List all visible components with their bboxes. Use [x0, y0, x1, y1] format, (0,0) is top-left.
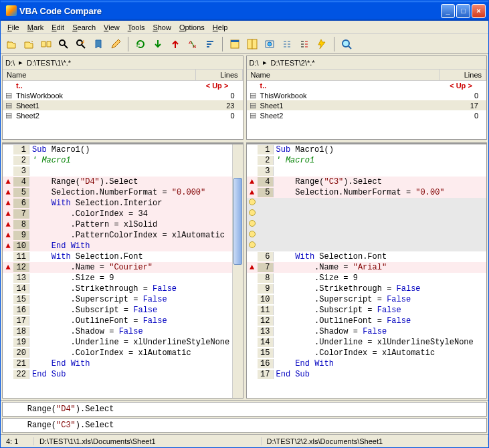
code-line[interactable]: ▲5 Selection.NumberFormat = "0.000" — [3, 187, 232, 198]
col-name[interactable]: Name — [3, 70, 196, 80]
sync-v-button[interactable] — [279, 36, 295, 52]
up-row[interactable]: t..< Up > — [3, 81, 243, 90]
win1-button[interactable] — [227, 36, 243, 52]
maximize-button[interactable]: □ — [456, 4, 470, 18]
open-both-button[interactable] — [38, 36, 54, 52]
code-line[interactable]: 12 .OutlineFont = False — [247, 316, 487, 326]
code-line[interactable]: ▲9 .PatternColorIndex = xlAutomatic — [3, 230, 232, 241]
word-wrap-button[interactable] — [296, 36, 312, 52]
file-row[interactable]: ▤Sheet20 — [3, 110, 243, 120]
code-line[interactable]: ▲12 .Name = "Courier" — [3, 262, 232, 273]
col-lines[interactable]: Lines — [439, 70, 486, 80]
code-line[interactable]: 19 .Underline = xlUnderlineStyleNone — [3, 337, 232, 348]
menu-tools[interactable]: Tools — [124, 22, 149, 33]
code-line[interactable]: ▲8 .Pattern = xlSolid — [3, 219, 232, 230]
menu-edit[interactable]: Edit — [47, 22, 68, 33]
code-line[interactable]: ▲4 Range("D4").Select — [3, 177, 232, 187]
code-line[interactable]: 3 — [3, 166, 232, 177]
code-line[interactable]: 22End Sub — [3, 369, 232, 380]
file-row[interactable]: ▤Sheet123 — [3, 100, 243, 110]
menu-file[interactable]: File — [3, 22, 23, 33]
path-label[interactable]: D:\TEST\2\*.* — [271, 59, 315, 67]
open-right-button[interactable] — [21, 36, 37, 52]
titlebar[interactable]: VBA Code Compare _ □ × — [1, 1, 488, 21]
drive-label[interactable]: D:\ — [250, 59, 259, 67]
menu-view[interactable]: View — [100, 22, 124, 33]
menu-mark[interactable]: Mark — [23, 22, 47, 33]
col-lines[interactable]: Lines — [196, 70, 243, 80]
up-row[interactable]: t..< Up > — [247, 81, 487, 90]
minimize-button[interactable]: _ — [441, 4, 455, 18]
code-line[interactable]: ▲4 Range("C3").Select — [247, 177, 487, 187]
left-file-list[interactable]: NameLinest..< Up >▤ThisWorkbook0▤Sheet12… — [3, 70, 243, 136]
code-line[interactable]: 15 .ColorIndex = xlAutomatic — [247, 348, 487, 358]
code-line[interactable]: 13 .Shadow = False — [247, 326, 487, 337]
code-line[interactable]: ▲7 .ColorIndex = 34 — [3, 209, 232, 219]
code-line[interactable]: 1Sub Macro1() — [247, 144, 487, 155]
code-line[interactable]: 21 End With — [3, 358, 232, 369]
sync-h-button[interactable] — [262, 36, 278, 52]
code-line[interactable]: 16 .Subscript = False — [3, 305, 232, 316]
code-line[interactable] — [247, 230, 487, 241]
code-line[interactable]: 11 .Subscript = False — [247, 305, 487, 316]
close-button[interactable]: × — [472, 4, 486, 18]
path-label[interactable]: D:\TEST\1\*.* — [27, 59, 71, 67]
menu-search[interactable]: Search — [68, 22, 100, 33]
drive-label[interactable]: D:\ — [5, 59, 15, 67]
left-breadcrumb[interactable]: D:\ ▸ D:\TEST\1\*.* — [3, 56, 243, 70]
code-line[interactable]: 9 .Strikethrough = False — [247, 284, 487, 294]
code-line[interactable]: 11 With Selection.Font — [3, 251, 232, 262]
find-button[interactable] — [56, 36, 72, 52]
code-line[interactable]: 2' Macro1 — [247, 155, 487, 166]
edit-pencil-button[interactable] — [108, 36, 124, 52]
menu-show[interactable]: Show — [149, 22, 175, 33]
right-file-list[interactable]: NameLinest..< Up >▤ThisWorkbook0▤Sheet11… — [247, 70, 487, 136]
menu-help[interactable]: Help — [209, 22, 232, 33]
win2-button[interactable] — [244, 36, 260, 52]
code-line[interactable]: ▲7 .Name = "Arial" — [247, 262, 487, 273]
code-line[interactable]: 3 — [247, 166, 487, 177]
code-line[interactable]: 2' Macro1 — [3, 155, 232, 166]
vertical-scrollbar[interactable] — [232, 144, 243, 398]
menu-options[interactable]: Options — [175, 22, 209, 33]
file-row[interactable]: ▤Sheet20 — [247, 110, 487, 120]
code-line[interactable]: 14 .Underline = xlUnderlineStyleNone — [247, 337, 487, 348]
left-code-area[interactable]: 1Sub Macro1()2' Macro13▲4 Range("D4").Se… — [3, 143, 243, 398]
goto-button[interactable] — [73, 36, 89, 52]
prev-diff-button[interactable] — [167, 36, 183, 52]
bookmark-button[interactable] — [90, 36, 106, 52]
refresh-button[interactable] — [132, 36, 149, 52]
code-line[interactable]: 6 With Selection.Font — [247, 251, 487, 262]
file-row[interactable]: ▤ThisWorkbook0 — [3, 90, 243, 100]
code-line[interactable]: 18 .Shadow = False — [3, 326, 232, 337]
code-line[interactable] — [247, 209, 487, 219]
code-line[interactable]: 1Sub Macro1() — [3, 144, 232, 155]
code-line[interactable] — [247, 219, 487, 230]
right-breadcrumb[interactable]: D:\ ▸ D:\TEST\2\*.* — [247, 56, 487, 70]
code-line[interactable] — [247, 241, 487, 251]
merge-ab-button[interactable]: AB — [185, 36, 201, 52]
code-line[interactable]: 13 .Size = 9 — [3, 273, 232, 284]
file-row[interactable]: ▤Sheet117 — [247, 100, 487, 110]
open-left-button[interactable] — [3, 36, 19, 52]
file-row[interactable]: ▤ThisWorkbook0 — [247, 90, 487, 100]
code-line[interactable]: 10 .Superscript = False — [247, 294, 487, 305]
code-line[interactable]: 8 .Size = 9 — [247, 273, 487, 284]
code-line[interactable]: 14 .Strikethrough = False — [3, 284, 232, 294]
sort-button[interactable] — [202, 36, 218, 52]
flash-button[interactable] — [314, 36, 330, 52]
zoom-button[interactable] — [338, 36, 355, 52]
next-diff-button[interactable] — [150, 36, 166, 52]
code-line[interactable]: ▲6 With Selection.Interior — [3, 198, 232, 209]
code-line[interactable]: 17End Sub — [247, 369, 487, 380]
code-line[interactable]: 15 .Superscript = False — [3, 294, 232, 305]
code-line[interactable]: ▲10 End With — [3, 241, 232, 251]
code-line[interactable] — [247, 198, 487, 209]
code-line[interactable]: 20 .ColorIndex = xlAutomatic — [3, 348, 232, 358]
code-line[interactable]: 16 End With — [247, 358, 487, 369]
code-line[interactable]: ▲5 Selection.NumberFormat = "0.00" — [247, 187, 487, 198]
col-name[interactable]: Name — [247, 70, 440, 80]
diff-marker — [247, 199, 258, 208]
right-code-area[interactable]: 1Sub Macro1()2' Macro13▲4 Range("C3").Se… — [247, 143, 487, 398]
code-line[interactable]: 17 .OutlineFont = False — [3, 316, 232, 326]
